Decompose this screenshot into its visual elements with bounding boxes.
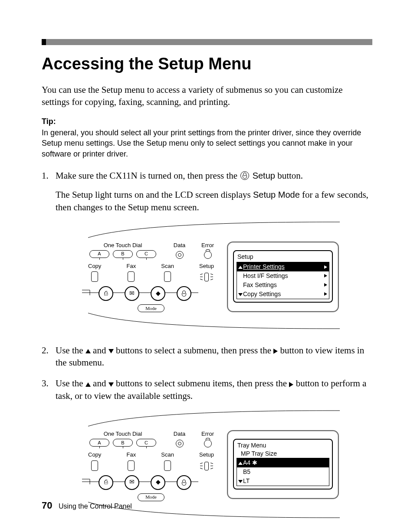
setup-mode-button [177,475,191,490]
steps-list: Make sure the CX11N is turned on, then p… [42,170,372,522]
lcd2-subtitle: MP Tray Size [237,450,329,458]
lcd-frame-2: Tray Menu MP Tray Size A4 ✱ [227,430,339,499]
buttons-panel: One Touch Dial A B C Data [88,242,214,312]
tip-block: Tip: In general, you should select all y… [42,116,372,159]
lcd-screen-2: Tray Menu MP Tray Size A4 ✱ [233,439,333,489]
lcd2-item-b5: B5 [237,467,329,477]
lcd-screen-1: Setup Printer Settings Host I/F Settings [233,250,333,302]
up-arrow-icon [238,462,243,465]
down-arrow-icon [238,293,243,296]
copy-small-button [91,271,98,282]
otd-c-button: C [136,250,156,258]
right-triangle-icon [273,349,278,354]
page-footer: 70 Using the Control Panel [42,500,132,511]
diagram-bottom-curve [88,312,340,330]
chevron-right-icon [324,274,327,277]
scan-small-button [164,271,171,282]
mode-label-pill: Mode [138,304,164,312]
scan-small-button [164,460,171,471]
page: Accessing the Setup Menu You can use the… [0,0,414,532]
lcd1-title: Setup [237,253,329,262]
otd-b-button: B [113,439,133,447]
down-triangle-icon [108,349,114,353]
setup-active-icon [200,460,213,471]
lcd1-item-copy: Copy Settings [237,290,329,299]
page-number: 70 [42,500,52,511]
fax-small-button [128,271,135,282]
step-1: Make sure the CX11N is turned on, then p… [42,170,372,333]
one-touch-dial-label: One Touch Dial [88,242,158,249]
lcd1-item-host-if: Host I/F Settings [237,271,329,281]
setup-person-icon [240,171,249,180]
down-triangle-icon [108,382,114,387]
up-triangle-icon [85,382,91,387]
copy-icon: ⎙ [104,478,108,486]
lcd-frame-1: Setup Printer Settings Host I/F Settings [227,242,339,312]
copy-small-button [91,460,98,471]
intro-paragraph: You can use the Setup menu to access a v… [42,84,372,108]
lcd2-item-a4: A4 ✱ [237,458,329,467]
step-2: Use the and buttons to select a submenu,… [42,344,372,369]
lcd2-item-lt: LT [237,477,329,486]
up-triangle-icon [85,349,91,353]
copy-mode-button: ⎙ [99,475,113,490]
error-led-icon [204,440,212,447]
scan-icon: ◆ [156,478,161,486]
buttons-panel: One Touch Dial A B C Data Error [88,430,214,501]
chevron-right-icon [324,283,327,287]
one-touch-dial-label: One Touch Dial [88,430,158,438]
fax-icon: ✉ [129,290,135,298]
diagram-top-curve [88,410,340,427]
otd-b-button: B [113,250,133,258]
fax-small-button [128,460,135,471]
lcd2-title: Tray Menu [237,441,329,450]
fax-mode-button: ✉ [125,475,139,490]
data-led-icon [176,251,184,259]
lcd1-item-printer-settings: Printer Settings [237,262,329,271]
chevron-right-icon [324,265,327,269]
tip-text: In general, you should select all your p… [42,128,361,158]
otd-c-button: C [136,439,156,447]
error-led-column: Error [201,242,214,259]
right-triangle-icon [289,382,293,387]
scan-icon: ◆ [156,290,161,298]
mode-label-pill: Mode [138,493,164,501]
otd-a-button: A [89,250,109,258]
down-arrow-icon [238,480,243,483]
chevron-right-icon [324,292,327,296]
up-arrow-icon [238,266,243,269]
lcd1-item-fax: Fax Settings [237,281,329,290]
data-led-column: Data [174,242,185,259]
step-1-sub: The Setup light turns on and the LCD scr… [56,189,372,213]
setup-active-icon [200,271,213,282]
otd-a-button: A [89,439,109,447]
error-led-icon [204,251,212,259]
setup-icon [180,290,188,297]
scan-mode-button: ◆ [151,475,165,490]
data-led-icon [176,440,184,447]
fax-icon: ✉ [129,478,135,486]
page-title: Accessing the Setup Menu [42,55,372,73]
footer-section-title: Using the Control Panel [59,503,132,510]
copy-icon: ⎙ [104,290,108,298]
setup-icon [180,479,188,486]
tip-label: Tip: [42,116,372,127]
control-panel-diagram-1: One Touch Dial A B C Data [88,221,340,333]
decorative-top-bar [42,39,372,45]
diagram-top-curve [88,221,340,238]
